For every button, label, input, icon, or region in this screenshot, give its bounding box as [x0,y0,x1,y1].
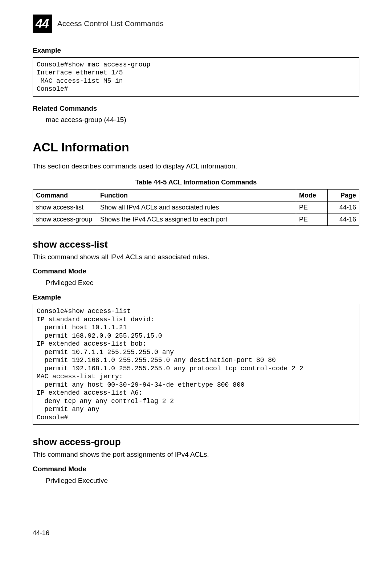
cell-command: show access-group [33,213,97,225]
table-row: show access-group Shows the IPv4 ACLs as… [33,213,359,225]
command-mode-label: Command Mode [33,266,359,276]
cell-mode: PE [296,213,328,225]
command-mode-value: Privileged Executive [46,476,359,485]
table-header-page: Page [328,189,359,201]
table-header-function: Function [97,189,296,201]
cell-page: 44-16 [328,213,359,225]
cell-mode: PE [296,201,328,213]
cell-function: Show all IPv4 ACLs and associated rules [97,201,296,213]
chapter-number-badge: 44 [33,15,52,33]
page-number: 44-16 [33,529,359,537]
table-caption: Table 44-5 ACL Information Commands [33,178,359,187]
command-mode-label: Command Mode [33,464,359,474]
cell-function: Shows the IPv4 ACLs assigned to each por… [97,213,296,225]
show-access-group-title: show access-group [33,436,359,448]
show-access-list-desc: This command shows all IPv4 ACLs and ass… [33,252,359,262]
example-code-block: Console#show mac access-group Interface … [33,57,359,97]
table-row: show access-list Show all IPv4 ACLs and … [33,201,359,213]
command-mode-value: Privileged Exec [46,278,359,288]
related-commands-label: Related Commands [33,104,359,113]
section-intro: This section describes commands used to … [33,162,359,171]
cell-command: show access-list [33,201,97,213]
example-label: Example [33,46,359,55]
table-header-mode: Mode [296,189,328,201]
show-access-list-title: show access-list [33,238,359,251]
cell-page: 44-16 [328,201,359,213]
page-header: 44 Access Control List Commands [33,15,359,33]
example-code-block: Console#show access-list IP standard acc… [33,304,359,425]
section-title: ACL Information [33,139,359,156]
related-commands-text: mac access-group (44-15) [46,115,359,125]
table-header-command: Command [33,189,97,201]
acl-commands-table: Command Function Mode Page show access-l… [33,189,359,226]
show-access-group-desc: This command shows the port assignments … [33,450,359,459]
chapter-title: Access Control List Commands [57,19,164,29]
example-label: Example [33,293,359,302]
